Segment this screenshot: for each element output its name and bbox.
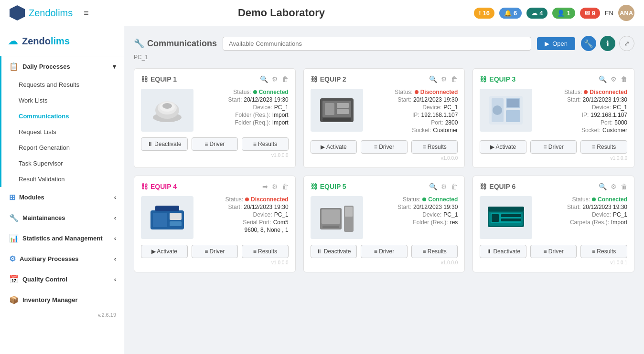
driver-button[interactable]: ≡ Driver bbox=[361, 245, 408, 258]
trash-icon[interactable]: 🗑 bbox=[451, 183, 458, 190]
equip-image bbox=[480, 196, 532, 239]
equipment-card-equip5: ⛓ EQUIP 5 🔍 ⚙ 🗑 Status:ConnectedStart bbox=[303, 176, 465, 272]
sidebar-header-modules[interactable]: ⊞ Modules ‹ bbox=[1, 187, 124, 208]
logo-main: Zendo bbox=[29, 8, 56, 18]
equip-name: ⛓ EQUIP 3 bbox=[480, 75, 515, 83]
results-button[interactable]: ≡ Results bbox=[580, 140, 627, 154]
sidebar-header-quality[interactable]: 📅 Quality Control ‹ bbox=[1, 269, 124, 290]
deactivate-button[interactable]: ⏸ Deactivate bbox=[480, 245, 526, 258]
arrow-icon[interactable]: ➡ bbox=[262, 183, 268, 190]
sidebar-header-statistics[interactable]: 📊 Statistics and Management ‹ bbox=[1, 228, 124, 249]
deactivate-button[interactable]: ⏸ Deactivate bbox=[311, 245, 357, 258]
svg-rect-30 bbox=[492, 214, 499, 222]
driver-button[interactable]: ≡ Driver bbox=[530, 245, 577, 258]
trash-icon[interactable]: 🗑 bbox=[621, 183, 627, 190]
activate-button[interactable]: ▶ Activate bbox=[141, 245, 188, 258]
expand-tool-button[interactable]: ⤢ bbox=[619, 36, 634, 51]
sidebar-section-inventory[interactable]: 📦 Inventory Manager bbox=[0, 290, 124, 310]
sidebar-section-modules[interactable]: ⊞ Modules ‹ bbox=[0, 187, 124, 208]
play-icon: ▶ bbox=[545, 40, 549, 47]
equip-name-text: EQUIP 2 bbox=[320, 75, 346, 83]
driver-button[interactable]: ≡ Driver bbox=[361, 140, 408, 154]
svg-rect-9 bbox=[337, 109, 349, 114]
results-button[interactable]: ≡ Results bbox=[411, 245, 458, 258]
sidebar-cloud-icon: ☁ bbox=[8, 35, 18, 47]
sidebar-item-communications[interactable]: Communications bbox=[1, 108, 124, 124]
language-selector[interactable]: EN bbox=[605, 10, 613, 17]
results-button[interactable]: ≡ Results bbox=[242, 245, 289, 258]
sidebar-item-tasksup[interactable]: Task Supervisor bbox=[1, 156, 124, 171]
comm-search-input[interactable] bbox=[223, 37, 531, 51]
results-button[interactable]: ≡ Results bbox=[580, 245, 627, 258]
mail-badge[interactable]: ✉ 9 bbox=[580, 8, 600, 19]
sidebar-header-auxiliary[interactable]: ⚙ Auxiliary Processes ‹ bbox=[1, 249, 124, 269]
sidebar-item-requests[interactable]: Requests and Results bbox=[1, 77, 124, 93]
topbar-actions: ! 16 🔔 6 ☁ 4 👤 1 ✉ 9 EN ANA bbox=[474, 5, 634, 21]
wrench-tool-button[interactable]: 🔧 bbox=[581, 36, 596, 51]
equip-actions: ▶ Activate≡ Driver≡ Results bbox=[480, 140, 627, 154]
notification-badge[interactable]: 🔔 6 bbox=[499, 8, 522, 19]
gear-icon[interactable]: ⚙ bbox=[611, 75, 617, 83]
equip-info: Status:ConnectedStart:20/12/2023 19:30De… bbox=[538, 196, 627, 227]
sidebar-header-maintainances[interactable]: 🔧 Maintainances ‹ bbox=[1, 208, 124, 228]
sidebar-section-auxiliary[interactable]: ⚙ Auxiliary Processes ‹ bbox=[0, 249, 124, 269]
trash-icon[interactable]: 🗑 bbox=[451, 75, 458, 83]
gear-icon[interactable]: ⚙ bbox=[441, 75, 447, 83]
svg-rect-18 bbox=[153, 213, 167, 227]
gear-icon[interactable]: ⚙ bbox=[272, 75, 278, 83]
gear-icon[interactable]: ⚙ bbox=[441, 183, 447, 190]
open-button[interactable]: ▶ Open bbox=[537, 37, 575, 50]
search-icon[interactable]: 🔍 bbox=[260, 75, 268, 83]
avatar[interactable]: ANA bbox=[618, 5, 634, 21]
link-icon: ⛓ bbox=[141, 183, 148, 190]
search-icon[interactable]: 🔍 bbox=[429, 75, 437, 83]
user-icon: 👤 bbox=[557, 10, 565, 17]
menu-icon[interactable]: ≡ bbox=[84, 8, 89, 18]
inventory-label: Inventory Manager bbox=[22, 296, 78, 303]
info-tool-button[interactable]: ℹ bbox=[600, 36, 615, 51]
sidebar-item-reportgen[interactable]: Report Generation bbox=[1, 140, 124, 156]
sidebar-header-inventory[interactable]: 📦 Inventory Manager bbox=[1, 290, 124, 310]
link-icon: ⛓ bbox=[480, 183, 486, 190]
sidebar-section-daily[interactable]: 📋 Daily Processes ▾ Requests and Results… bbox=[0, 56, 124, 187]
equip-image bbox=[311, 196, 363, 239]
results-button[interactable]: ≡ Results bbox=[411, 140, 458, 154]
results-button[interactable]: ≡ Results bbox=[242, 137, 289, 151]
svg-rect-8 bbox=[337, 103, 349, 108]
sidebar: ☁ Zendolims 📋 Daily Processes ▾ Requests… bbox=[0, 26, 124, 354]
cloud-badge[interactable]: ☁ 4 bbox=[526, 8, 547, 19]
trash-icon[interactable]: 🗑 bbox=[282, 75, 289, 83]
sidebar-header-daily[interactable]: 📋 Daily Processes ▾ bbox=[1, 56, 124, 77]
activate-button[interactable]: ▶ Activate bbox=[480, 140, 526, 154]
search-icon[interactable]: 🔍 bbox=[429, 183, 437, 190]
avatar-label: ANA bbox=[620, 10, 633, 17]
search-icon[interactable]: 🔍 bbox=[599, 75, 607, 83]
equip-header-icons: 🔍 ⚙ 🗑 bbox=[429, 75, 458, 83]
equip-card-header: ⛓ EQUIP 2 🔍 ⚙ 🗑 bbox=[311, 75, 458, 83]
sidebar-section-maintainances[interactable]: 🔧 Maintainances ‹ bbox=[0, 208, 124, 228]
equip-image bbox=[141, 89, 193, 132]
equip-info: Status:ConnectedStart:20/12/2023 19:30De… bbox=[369, 196, 458, 227]
gear-icon[interactable]: ⚙ bbox=[611, 183, 617, 190]
driver-button[interactable]: ≡ Driver bbox=[192, 137, 238, 151]
equipment-card-equip4: ⛓ EQUIP 4 ➡ ⚙ 🗑 Status:DisconnectedSta bbox=[134, 176, 296, 272]
activate-button[interactable]: ▶ Activate bbox=[311, 140, 357, 154]
deactivate-button[interactable]: ⏸ Deactivate bbox=[141, 137, 188, 151]
search-icon[interactable]: 🔍 bbox=[599, 183, 607, 190]
maintainances-icon: 🔧 bbox=[9, 213, 19, 222]
sidebar-section-quality[interactable]: 📅 Quality Control ‹ bbox=[0, 269, 124, 290]
alert-badge[interactable]: ! 16 bbox=[474, 8, 494, 19]
trash-icon[interactable]: 🗑 bbox=[282, 183, 289, 190]
driver-button[interactable]: ≡ Driver bbox=[530, 140, 577, 154]
sidebar-section-statistics[interactable]: 📊 Statistics and Management ‹ bbox=[0, 228, 124, 249]
trash-icon[interactable]: 🗑 bbox=[621, 75, 627, 83]
user-badge[interactable]: 👤 1 bbox=[552, 8, 575, 19]
gear-icon[interactable]: ⚙ bbox=[272, 183, 278, 190]
pc-label: PC_1 bbox=[134, 54, 634, 61]
sidebar-item-resultval[interactable]: Result Validation bbox=[1, 171, 124, 187]
sidebar-item-requestlists[interactable]: Request Lists bbox=[1, 124, 124, 140]
equip-body: Status:ConnectedStart:20/12/2023 19:30De… bbox=[141, 89, 289, 132]
main-content: 🔧 Communications ▶ Open 🔧 ℹ ⤢ PC_1 ⛓ EQU… bbox=[124, 26, 644, 354]
sidebar-item-worklists[interactable]: Work Lists bbox=[1, 93, 124, 108]
driver-button[interactable]: ≡ Driver bbox=[192, 245, 238, 258]
